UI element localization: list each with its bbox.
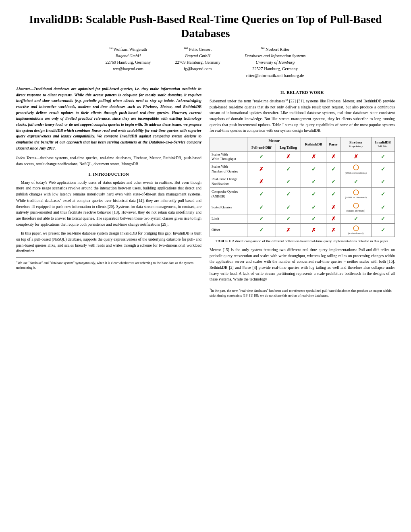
- related-para-1: Subsumed under the term "real-time datab…: [210, 98, 395, 134]
- intro-para-1: Many of today's Web applications notify …: [16, 180, 201, 228]
- table-row-offset: Offset ✓ ✗ ✗ ✗ ◯(value-based) ✓: [210, 224, 395, 237]
- table-header-parse: Parse: [326, 137, 340, 151]
- cell-limit-invaldb: ✓: [371, 214, 394, 224]
- table-row-composite: Composite Queries(AND/OR) ✓ ✓ ✓ ✓ ◯(AND …: [210, 188, 395, 201]
- title-section: InvalidDB: Scalable Push-Based Real-Time…: [16, 12, 395, 79]
- table-row-limit: Limit ✓ ✓ ✓ ✗ ✓ ✓: [210, 214, 395, 224]
- cell-limit-firebase: ✓: [340, 214, 372, 224]
- abstract-dash: —Traditional databases are optimized for…: [16, 87, 201, 150]
- cell-sorted-firebase: ◯(single attribute): [340, 201, 372, 214]
- cell-composite-firebase: ◯(AND in Firestore): [340, 188, 372, 201]
- cell-sorted-meteor-poll: ✓: [247, 201, 276, 214]
- related-body: Subsumed under the term "real-time datab…: [210, 98, 395, 134]
- intro-para-2: In this paper, we present the real-time …: [16, 231, 201, 254]
- author-3-ordinal: 3rd Norbert Ritter: [245, 46, 305, 53]
- table-row-num-queries: Scales WithNumber of Queries ✗ ✓ ✓ ✓ ◯(1…: [210, 163, 395, 176]
- author-3-email: ritter@informatik.uni-hamburg.de: [245, 73, 305, 79]
- cell-offset-meteor-poll: ✓: [247, 224, 276, 237]
- index-terms-label: Index Terms: [16, 156, 36, 160]
- footnote-1: 1We use "database" and "database system"…: [16, 258, 201, 270]
- cell-sorted-rethink: ✓: [301, 201, 326, 214]
- cell-queries-firebase: ◯(100k connections): [340, 163, 372, 176]
- cell-queries-meteor-poll: ✗: [247, 163, 276, 176]
- cell-limit-parse: ✗: [326, 214, 340, 224]
- row-label-composite: Composite Queries(AND/OR): [210, 188, 247, 201]
- cell-composite-parse: ✓: [326, 188, 340, 201]
- cell-limit-meteor-log: ✓: [276, 214, 301, 224]
- index-terms-block: Index Terms—database systems, real-time …: [16, 155, 201, 167]
- cell-write-invaldb: ✓: [371, 151, 394, 163]
- cell-change-firebase: ✓: [340, 176, 372, 188]
- cell-sorted-meteor-log: ✓: [276, 201, 301, 214]
- author-3-affil2: University of Hamburg: [245, 59, 305, 66]
- cell-write-meteor-log: ✗: [276, 151, 301, 163]
- cell-write-parse: ✗: [326, 151, 340, 163]
- author-1: 1st Wolfram Wingerath Baqend GmbH 22769 …: [106, 46, 151, 79]
- cell-composite-meteor-log: ✓: [276, 188, 301, 201]
- author-3-city: 22527 Hamburg, Germany: [245, 66, 305, 72]
- table-row-realtime-change: Real-Time ChangeNotifications ✗ ✓ ✓ ✓ ✓ …: [210, 176, 395, 188]
- footnote-2: 2In the past, the term "real-time databa…: [210, 286, 395, 298]
- cell-offset-firebase: ◯(value-based): [340, 224, 372, 237]
- cell-offset-meteor-log: ✗: [276, 224, 301, 237]
- right-column: II. Related Work Subsumed under the term…: [210, 86, 395, 298]
- author-1-city: 22769 Hamburg, Germany: [106, 59, 151, 66]
- row-label-queries: Scales WithNumber of Queries: [210, 163, 247, 176]
- table-subheader-poll: Poll-and-Diff: [247, 144, 276, 151]
- cell-sorted-parse: ✗: [326, 201, 340, 214]
- author-2: 2nd Felix Gessert Baqend GmbH 22769 Hamb…: [175, 46, 220, 79]
- cell-queries-parse: ✓: [326, 163, 340, 176]
- author-3: 3rd Norbert Ritter Databases and Informa…: [245, 46, 305, 79]
- cell-limit-meteor-poll: ✓: [247, 214, 276, 224]
- table-header-firebase: FirebaseProprietary: [340, 137, 372, 151]
- row-label-write: Scales WithWrite Throughput: [210, 151, 247, 163]
- authors-row: 1st Wolfram Wingerath Baqend GmbH 22769 …: [16, 46, 395, 79]
- cell-change-meteor-poll: ✗: [247, 176, 276, 188]
- table-subheader-log: Log Tailing: [276, 144, 301, 151]
- author-2-affil: Baqend GmbH: [175, 53, 220, 59]
- table-header-invaldb: InvalidDB2-D Dist.: [371, 137, 394, 151]
- table-row-write-throughput: Scales WithWrite Throughput ✓ ✗ ✗ ✗ ✗ ✓: [210, 151, 395, 163]
- table-header-meteor: Meteor: [247, 137, 301, 144]
- cell-change-invaldb: ✓: [371, 176, 394, 188]
- cell-write-meteor-poll: ✓: [247, 151, 276, 163]
- cell-queries-invaldb: ✓: [371, 163, 394, 176]
- author-3-affil1: Databases and Information Systems: [245, 53, 305, 59]
- table-caption: TABLE I: A direct comparison of the diff…: [210, 239, 395, 244]
- author-2-email: fg@baqend.com: [175, 66, 220, 72]
- author-1-ordinal: 1st Wolfram Wingerath: [106, 46, 151, 53]
- cell-change-parse: ✓: [326, 176, 340, 188]
- author-2-city: 22769 Hamburg, Germany: [175, 59, 220, 66]
- left-column: Abstract—Traditional databases are optim…: [16, 86, 201, 298]
- abstract-block: Abstract—Traditional databases are optim…: [16, 86, 201, 152]
- cell-write-rethink: ✗: [301, 151, 326, 163]
- row-label-change: Real-Time ChangeNotifications: [210, 176, 247, 188]
- author-1-affil: Baqend GmbH: [106, 53, 151, 59]
- table-header-rethinkdb: RethinkDB: [301, 137, 326, 151]
- cell-composite-rethink: ✓: [301, 188, 326, 201]
- page-title: InvalidDB: Scalable Push-Based Real-Time…: [16, 12, 395, 40]
- cell-offset-invaldb: ✓: [371, 224, 394, 237]
- row-label-offset: Offset: [210, 224, 247, 237]
- intro-heading: I. Introduction: [16, 171, 201, 178]
- cell-change-rethink: ✓: [301, 176, 326, 188]
- abstract-label: Abstract: [16, 87, 30, 91]
- row-label-sorted: Sorted Queries: [210, 201, 247, 214]
- comparison-table: Meteor RethinkDB Parse FirebaseProprieta…: [210, 137, 395, 237]
- cell-offset-rethink: ✗: [301, 224, 326, 237]
- author-1-email: ww@baqend.com: [106, 66, 151, 72]
- table-header-feature: [210, 137, 247, 151]
- table-row-sorted: Sorted Queries ✓ ✓ ✓ ✗ ◯(single attribut…: [210, 201, 395, 214]
- cell-queries-meteor-log: ✓: [276, 163, 301, 176]
- cell-queries-rethink: ✓: [301, 163, 326, 176]
- two-col-layout: Abstract—Traditional databases are optim…: [16, 86, 395, 298]
- related-para-2: Meteor [15] is the only system featuring…: [210, 247, 395, 283]
- row-label-limit: Limit: [210, 214, 247, 224]
- related-heading: II. Related Work: [210, 89, 395, 96]
- cell-sorted-invaldb: ✓: [371, 201, 394, 214]
- cell-limit-rethink: ✓: [301, 214, 326, 224]
- cell-offset-parse: ✗: [326, 224, 340, 237]
- cell-composite-invaldb: ✓: [371, 188, 394, 201]
- related-body-2: Meteor [15] is the only system featuring…: [210, 247, 395, 283]
- cell-composite-meteor-poll: ✓: [247, 188, 276, 201]
